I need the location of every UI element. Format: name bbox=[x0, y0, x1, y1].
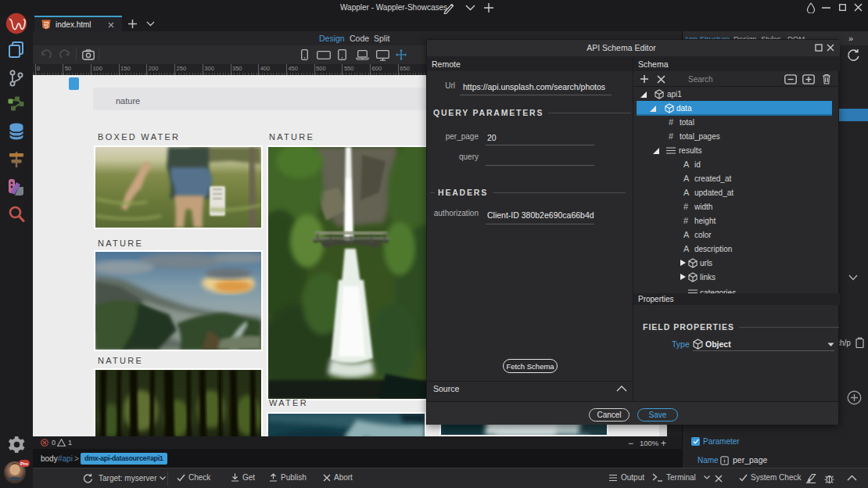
svg-text:Pro: Pro bbox=[20, 461, 28, 466]
